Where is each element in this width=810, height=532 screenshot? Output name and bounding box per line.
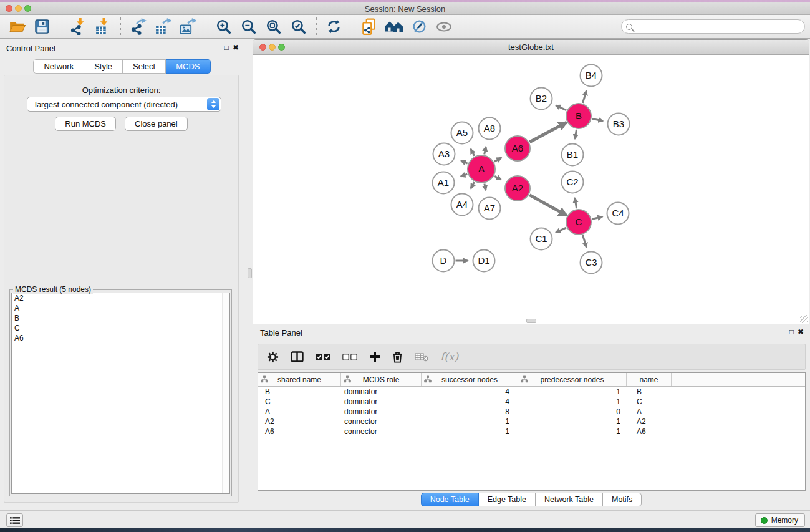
zoom-out-icon[interactable] — [239, 17, 258, 37]
network-canvas[interactable]: B4B2BB3A5A8A6B1A3AA1C2A4A7A2CC4C1C3DD1 — [253, 55, 809, 324]
graph-node-D1[interactable]: D1 — [473, 250, 495, 272]
graph-node-C3[interactable]: C3 — [581, 252, 602, 274]
gear-icon[interactable] — [267, 351, 279, 363]
graph-node-A2[interactable]: A2 — [505, 176, 530, 201]
refresh-layout-icon[interactable] — [324, 17, 343, 37]
graph-edge-A2-C[interactable] — [529, 195, 566, 216]
graph-node-C2[interactable]: C2 — [562, 172, 584, 193]
float-panel-icon[interactable]: □ — [789, 328, 794, 336]
graph-node-C[interactable]: C — [566, 210, 591, 235]
tab-select[interactable]: Select — [123, 59, 166, 74]
graph-edge-C-C3[interactable] — [582, 235, 586, 248]
memory-button[interactable]: Memory — [755, 513, 805, 527]
mcds-result-item[interactable]: A — [12, 303, 229, 313]
add-column-icon[interactable] — [369, 351, 380, 362]
network-graph[interactable]: B4B2BB3A5A8A6B1A3AA1C2A4A7A2CC4C1C3DD1 — [253, 55, 809, 323]
graph-node-C1[interactable]: C1 — [531, 228, 552, 250]
criterion-dropdown[interactable]: largest connected component (directed) — [27, 97, 221, 112]
select-all-icon[interactable] — [316, 354, 330, 360]
graph-edge-A-A8[interactable] — [485, 147, 486, 155]
split-divider-handle[interactable] — [248, 268, 252, 278]
save-session-icon[interactable] — [32, 17, 51, 37]
trash-icon[interactable] — [392, 351, 403, 363]
mcds-result-item[interactable]: B — [12, 313, 229, 323]
graph-edge-A-A2[interactable] — [494, 176, 501, 180]
mcds-result-item[interactable]: A2 — [12, 293, 229, 303]
graph-node-A8[interactable]: A8 — [479, 118, 501, 140]
mcds-result-item[interactable]: A6 — [12, 333, 229, 343]
graphics-details-icon[interactable] — [410, 17, 428, 37]
tab-style[interactable]: Style — [84, 59, 123, 74]
resize-grip-icon[interactable] — [800, 315, 808, 323]
zoom-in-icon[interactable] — [214, 17, 233, 37]
export-table-icon[interactable] — [153, 17, 172, 37]
tab-node-table[interactable]: Node Table — [421, 493, 479, 506]
import-network-icon[interactable] — [68, 17, 87, 37]
split-divider-handle[interactable] — [526, 319, 536, 323]
open-session-icon[interactable] — [7, 17, 26, 37]
zoom-selected-icon[interactable] — [289, 17, 307, 37]
scrollbar-track[interactable] — [222, 293, 229, 493]
tab-motifs[interactable]: Motifs — [603, 493, 642, 506]
copy-network-icon[interactable] — [360, 17, 378, 37]
column-header-shared-name[interactable]: shared name — [258, 373, 341, 386]
graph-node-A3[interactable]: A3 — [433, 143, 455, 165]
graph-edge-A-A5[interactable] — [471, 149, 475, 156]
graph-edge-A6-B[interactable] — [529, 122, 566, 142]
graph-node-B2[interactable]: B2 — [531, 88, 552, 110]
tab-network-table[interactable]: Network Table — [536, 493, 603, 506]
tab-edge-table[interactable]: Edge Table — [479, 493, 536, 506]
graph-node-A[interactable]: A — [468, 155, 495, 183]
graph-node-B1[interactable]: B1 — [562, 144, 584, 166]
column-view-icon[interactable] — [291, 351, 304, 362]
graph-node-B[interactable]: B — [566, 104, 591, 128]
graph-edge-B-B1[interactable] — [575, 130, 576, 139]
table-row[interactable]: Bdominator41B — [258, 387, 805, 397]
graph-edge-A-A1[interactable] — [461, 174, 468, 177]
column-header-predecessor-nodes[interactable]: predecessor nodes — [518, 373, 627, 386]
graph-node-A5[interactable]: A5 — [451, 122, 473, 144]
graph-node-A7[interactable]: A7 — [479, 198, 501, 220]
homes-icon[interactable] — [385, 17, 403, 37]
import-table-icon[interactable] — [93, 17, 112, 37]
deselect-all-icon[interactable] — [342, 354, 357, 360]
graph-edge-C-C2[interactable] — [575, 198, 577, 208]
mcds-result-list[interactable]: A2ABCA6 — [11, 293, 230, 494]
graph-edge-B-B2[interactable] — [556, 105, 566, 110]
close-panel-icon[interactable]: ✖ — [798, 328, 804, 336]
graph-node-C4[interactable]: C4 — [607, 203, 629, 225]
zoom-fit-icon[interactable] — [264, 17, 282, 37]
graph-node-A4[interactable]: A4 — [451, 194, 473, 216]
float-panel-icon[interactable]: □ — [224, 44, 229, 51]
task-history-button[interactable] — [6, 513, 23, 527]
search-input[interactable] — [632, 22, 804, 31]
graph-edge-C-C1[interactable] — [556, 228, 566, 233]
graph-node-B4[interactable]: B4 — [581, 65, 602, 87]
graph-edge-A-A7[interactable] — [485, 184, 486, 191]
graph-edge-A-A3[interactable] — [461, 161, 467, 163]
table-row[interactable]: A2connector11A2 — [258, 417, 805, 427]
search-field[interactable] — [621, 19, 805, 34]
graph-edge-B-B3[interactable] — [592, 118, 603, 121]
graph-edge-A-A6[interactable] — [494, 158, 501, 162]
column-header-name[interactable]: name — [627, 373, 672, 386]
tab-network[interactable]: Network — [33, 59, 84, 74]
close-panel-button[interactable]: Close panel — [125, 117, 188, 131]
graph-node-A1[interactable]: A1 — [433, 172, 455, 194]
graph-node-A6[interactable]: A6 — [505, 136, 530, 161]
export-image-icon[interactable] — [178, 17, 197, 37]
mcds-result-item[interactable]: C — [12, 323, 229, 333]
column-header-MCDS-role[interactable]: MCDS role — [341, 373, 422, 386]
graph-node-B3[interactable]: B3 — [608, 114, 630, 135]
graph-node-D[interactable]: D — [433, 250, 455, 272]
table-row[interactable]: Cdominator41C — [258, 397, 805, 407]
run-mcds-button[interactable]: Run MCDS — [55, 117, 116, 131]
table-row[interactable]: Adominator80A — [258, 407, 805, 417]
table-row[interactable]: A6connector11A6 — [258, 427, 805, 437]
graph-edge-C-C4[interactable] — [592, 217, 602, 220]
eye-icon[interactable] — [435, 17, 453, 37]
tab-mcds[interactable]: MCDS — [166, 59, 210, 74]
export-network-icon[interactable] — [128, 17, 147, 37]
graph-edge-A-A4[interactable] — [471, 182, 474, 188]
close-panel-icon[interactable]: ✖ — [233, 44, 239, 51]
